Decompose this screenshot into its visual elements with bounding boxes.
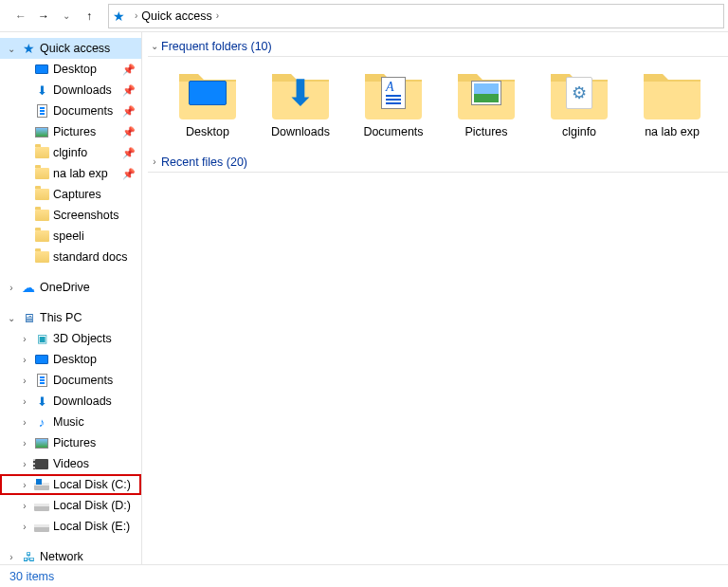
disk-icon xyxy=(34,498,49,513)
chevron-down-icon[interactable]: ⌄ xyxy=(6,44,17,54)
group-recent-files[interactable]: › Recent files (20) xyxy=(148,152,728,173)
tile-label: na lab exp xyxy=(645,125,700,138)
nav-label: Local Disk (C:) xyxy=(53,478,131,491)
group-label: Recent files (20) xyxy=(161,156,247,169)
nav-up-button[interactable]: ↑ xyxy=(78,5,100,28)
nav-pc-desktop[interactable]: ›Desktop xyxy=(0,349,141,370)
address-bar[interactable]: ★ › Quick access › xyxy=(108,4,724,28)
status-bar: 30 items xyxy=(0,564,728,587)
tile-downloads[interactable]: ⬇Downloads xyxy=(254,66,347,138)
download-icon: ⬇ xyxy=(34,83,49,98)
nav-qa-captures[interactable]: ›Captures xyxy=(0,184,141,205)
quick-access-star-icon: ★ xyxy=(113,9,125,24)
tile-pictures[interactable]: Pictures xyxy=(440,66,533,138)
folder-icon xyxy=(34,249,49,265)
nav-qa-na-lab-exp[interactable]: ›na lab exp📌 xyxy=(0,163,141,184)
chevron-right-icon: › xyxy=(216,10,219,21)
document-overlay-icon xyxy=(363,66,424,119)
nav-back-button[interactable]: ← xyxy=(9,5,32,28)
tile-documents[interactable]: Documents xyxy=(347,66,440,138)
nav-quick-access[interactable]: ⌄ ★ Quick access xyxy=(0,38,141,59)
disk-icon xyxy=(34,519,49,534)
pin-icon: 📌 xyxy=(122,64,136,76)
nav-pc-documents[interactable]: ›Documents xyxy=(0,370,141,391)
svg-rect-4 xyxy=(34,504,49,506)
chevron-right-icon: › xyxy=(135,10,137,21)
folder-icon xyxy=(34,187,49,202)
breadcrumb-quick-access[interactable]: Quick access xyxy=(141,9,211,23)
nav-pc-downloads[interactable]: ›⬇Downloads xyxy=(0,391,141,412)
onedrive-icon: ☁ xyxy=(21,280,36,295)
network-icon: 🖧 xyxy=(21,549,36,564)
chevron-right-icon[interactable]: › xyxy=(6,283,17,293)
nav-label: Desktop xyxy=(53,353,97,366)
nav-pc-videos[interactable]: ›Videos xyxy=(0,453,141,474)
nav-qa-standard-docs[interactable]: ›standard docs xyxy=(0,247,141,267)
nav-label: clginfo xyxy=(53,146,87,159)
nav-pane[interactable]: ⌄ ★ Quick access ›Desktop📌›⬇Downloads📌›D… xyxy=(0,32,142,564)
desktop-icon xyxy=(34,62,49,77)
group-frequent-folders[interactable]: ⌄ Frequent folders (10) xyxy=(148,36,728,57)
videos-icon xyxy=(34,456,49,471)
nav-label: Pictures xyxy=(53,125,96,138)
download-icon: ⬇ xyxy=(34,394,49,409)
nav-label: Pictures xyxy=(53,436,96,449)
tile-label: Desktop xyxy=(186,125,229,138)
chevron-right-icon[interactable]: › xyxy=(19,334,30,344)
nav-network[interactable]: › 🖧 Network xyxy=(0,546,141,564)
chevron-down-icon[interactable]: ⌄ xyxy=(148,41,161,51)
chevron-right-icon[interactable]: › xyxy=(19,376,30,386)
chevron-right-icon[interactable]: › xyxy=(148,156,161,167)
pin-icon: 📌 xyxy=(122,147,136,159)
tile-desktop[interactable]: Desktop xyxy=(161,66,254,138)
nav-label: OneDrive xyxy=(40,281,90,294)
folder-icon xyxy=(642,66,702,119)
folder-icon xyxy=(34,145,49,160)
nav-this-pc[interactable]: ⌄ 🖥 This PC xyxy=(0,307,141,328)
chevron-right-icon[interactable]: › xyxy=(19,501,30,511)
nav-qa-documents[interactable]: ›Documents📌 xyxy=(0,101,141,121)
desktop-overlay-icon xyxy=(177,66,238,119)
chevron-right-icon[interactable]: › xyxy=(19,355,30,365)
nav-pc-local-disk-d-[interactable]: ›Local Disk (D:) xyxy=(0,495,141,516)
chevron-right-icon[interactable]: › xyxy=(19,522,30,532)
nav-qa-clginfo[interactable]: ›clginfo📌 xyxy=(0,142,141,163)
folder-icon xyxy=(177,66,238,119)
status-item-count: 30 items xyxy=(9,570,54,583)
tile-clginfo[interactable]: ⚙clginfo xyxy=(533,66,626,138)
nav-label: This PC xyxy=(40,311,82,324)
nav-pc-local-disk-c-[interactable]: ›Local Disk (C:) xyxy=(0,474,141,495)
nav-onedrive[interactable]: › ☁ OneDrive xyxy=(0,277,141,298)
download-overlay-icon: ⬇ xyxy=(270,66,331,119)
nav-pc-music[interactable]: ›♪Music xyxy=(0,412,141,432)
pin-icon: 📌 xyxy=(122,105,136,118)
3d-objects-icon: ▣ xyxy=(34,331,49,346)
nav-qa-speeli[interactable]: ›speeli xyxy=(0,226,141,247)
nav-label: na lab exp xyxy=(53,167,108,180)
nav-label: Music xyxy=(53,415,84,429)
nav-pc-3d-objects[interactable]: ›▣3D Objects xyxy=(0,328,141,349)
nav-pc-pictures[interactable]: ›Pictures xyxy=(0,432,141,453)
nav-label: Downloads xyxy=(53,394,112,408)
chevron-right-icon[interactable]: › xyxy=(19,480,30,490)
chevron-right-icon[interactable]: › xyxy=(19,438,30,449)
nav-qa-screenshots[interactable]: ›Screenshots xyxy=(0,205,141,226)
svg-rect-6 xyxy=(34,524,49,527)
svg-rect-2 xyxy=(36,479,42,485)
nav-qa-desktop[interactable]: ›Desktop📌 xyxy=(0,59,141,80)
nav-forward-button[interactable]: → xyxy=(32,5,55,28)
chevron-right-icon[interactable]: › xyxy=(19,396,30,407)
chevron-right-icon[interactable]: › xyxy=(19,459,30,469)
nav-label: Downloads xyxy=(53,83,112,97)
tile-label: Downloads xyxy=(271,125,330,138)
chevron-right-icon[interactable]: › xyxy=(6,552,17,562)
tile-na-lab-exp[interactable]: na lab exp xyxy=(626,66,719,138)
picture-overlay-icon xyxy=(456,66,517,119)
content-area[interactable]: ⌄ Frequent folders (10) Desktop⬇Download… xyxy=(142,32,728,564)
chevron-right-icon[interactable]: › xyxy=(19,417,30,428)
chevron-down-icon[interactable]: ⌄ xyxy=(6,313,17,323)
nav-qa-downloads[interactable]: ›⬇Downloads📌 xyxy=(0,80,141,101)
nav-recent-dropdown[interactable]: ⌄ xyxy=(55,5,78,28)
nav-pc-local-disk-e-[interactable]: ›Local Disk (E:) xyxy=(0,516,141,537)
nav-qa-pictures[interactable]: ›Pictures📌 xyxy=(0,121,141,142)
